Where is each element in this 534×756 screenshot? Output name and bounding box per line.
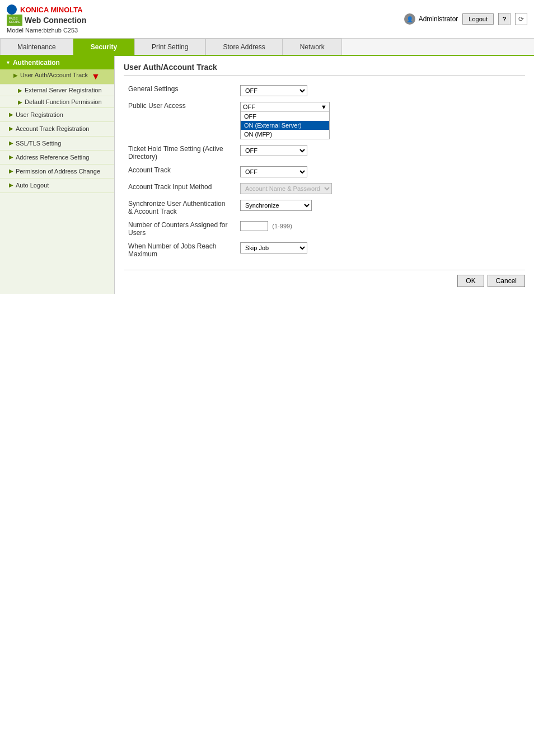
sidebar-item-label: Address Reference Setting (16, 153, 89, 161)
dropdown-arrow-icon: ▼ (321, 104, 327, 110)
setting-control-public-user: OFF ▼ OFF ON (External Server) ON (MFP) (236, 99, 525, 142)
ticket-hold-select[interactable]: OFF ON (240, 145, 307, 156)
item-arrow-icon: ▶ (9, 168, 13, 174)
setting-row-public-user: Public User Access OFF ▼ OFF ON (Externa… (124, 99, 525, 142)
setting-label-synchronize: Synchronize User Authentication & Accoun… (124, 197, 236, 218)
sidebar-item-account-track-reg[interactable]: ▶ Account Track Registration (0, 122, 114, 136)
sidebar-item-label: SSL/TLS Setting (16, 139, 61, 147)
dropdown-option-off[interactable]: OFF (241, 112, 329, 121)
sidebar-item-ssl-tls[interactable]: ▶ SSL/TLS Setting (0, 137, 114, 151)
refresh-icon[interactable]: ⟳ (515, 13, 527, 25)
setting-control-input-method: Account Name & Password (236, 180, 525, 197)
brand-name: KONICA MINOLTA (20, 6, 83, 14)
header-left: KONICA MINOLTA PAGESCOPE Web Connection … (7, 4, 86, 34)
tab-security[interactable]: Security (73, 39, 134, 55)
sidebar-item-label: Account Track Registration (16, 125, 89, 133)
button-row: OK Cancel (124, 270, 525, 287)
item-arrow-icon: ▶ (9, 125, 13, 132)
cancel-button[interactable]: Cancel (488, 275, 525, 287)
help-button[interactable]: ? (498, 13, 510, 25)
dropdown-header: OFF ▼ (241, 102, 329, 112)
setting-row-account-track: Account Track OFF ON (124, 163, 525, 180)
max-jobs-select[interactable]: Skip Job Delete Job (240, 242, 307, 253)
logo-area: KONICA MINOLTA PAGESCOPE Web Connection … (7, 4, 86, 34)
public-user-dropdown[interactable]: OFF ▼ OFF ON (External Server) ON (MFP) (240, 102, 330, 139)
sidebar-item-external-server[interactable]: ▶ External Server Registration (0, 84, 114, 96)
setting-row-general: General Settings OFF ON (124, 82, 525, 99)
setting-control-counters: (1-999) (236, 218, 525, 240)
setting-label-counters: Number of Counters Assigned for Users (124, 218, 236, 240)
header-right: 👤 Administrator Logout ? ⟳ (404, 13, 527, 25)
setting-label-public-user: Public User Access (124, 99, 236, 142)
model-name: Model Name:bizhub C253 (7, 27, 86, 34)
counters-hint: (1-999) (272, 223, 292, 229)
item-arrow-icon: ▶ (13, 72, 18, 78)
item-arrow-icon: ▶ (18, 99, 22, 105)
sidebar-item-label: User Auth/Account Track (20, 72, 88, 78)
sidebar-item-auto-logout[interactable]: ▶ Auto Logout (0, 179, 114, 192)
tab-print-setting[interactable]: Print Setting (134, 39, 205, 55)
setting-control-general: OFF ON (236, 82, 525, 99)
sidebar-item-permission-address[interactable]: ▶ Permission of Address Change (0, 165, 114, 179)
web-connection-label: Web Connection (25, 16, 86, 25)
scope-icon: PAGESCOPE (7, 15, 22, 26)
content-area: User Auth/Account Track General Settings… (115, 56, 534, 294)
general-settings-select[interactable]: OFF ON (240, 85, 307, 96)
red-arrow-icon: ▼ (91, 72, 100, 82)
setting-label-ticket-hold: Ticket Hold Time Setting (Active Directo… (124, 142, 236, 163)
tab-network[interactable]: Network (283, 39, 342, 55)
item-arrow-icon: ▶ (9, 140, 13, 146)
dropdown-option-mfp[interactable]: ON (MFP) (241, 130, 329, 139)
dropdown-option-external-server[interactable]: ON (External Server) (241, 121, 329, 130)
item-arrow-icon: ▶ (9, 111, 13, 118)
account-track-select[interactable]: OFF ON (240, 166, 307, 177)
header: KONICA MINOLTA PAGESCOPE Web Connection … (0, 0, 534, 39)
admin-icon: 👤 (404, 13, 415, 25)
sidebar-item-address-reference[interactable]: ▶ Address Reference Setting (0, 151, 114, 165)
setting-row-counters: Number of Counters Assigned for Users (1… (124, 218, 525, 240)
setting-row-input-method: Account Track Input Method Account Name … (124, 180, 525, 197)
setting-label-general: General Settings (124, 82, 236, 99)
synchronize-select[interactable]: Synchronize Do Not Synchronize (240, 200, 312, 211)
admin-area: 👤 Administrator (404, 13, 458, 25)
dropdown-list: OFF ON (External Server) ON (MFP) (241, 112, 329, 139)
item-arrow-icon: ▶ (9, 182, 13, 188)
setting-control-ticket-hold: OFF ON (236, 142, 525, 163)
sidebar: ▼ Authentication ▶ User Auth/Account Tra… (0, 56, 115, 294)
item-arrow-icon: ▶ (9, 154, 13, 160)
setting-row-synchronize: Synchronize User Authentication & Accoun… (124, 197, 525, 218)
content-title: User Auth/Account Track (124, 63, 525, 76)
sidebar-item-user-auth[interactable]: ▶ User Auth/Account Track ▼ (0, 69, 114, 84)
setting-control-synchronize: Synchronize Do Not Synchronize (236, 197, 525, 218)
sidebar-item-label: User Registration (16, 111, 63, 119)
tab-store-address[interactable]: Store Address (205, 39, 282, 55)
section-arrow-icon: ▼ (6, 60, 11, 65)
web-connection-logo: PAGESCOPE Web Connection (7, 15, 86, 26)
sidebar-item-label: Auto Logout (16, 181, 49, 189)
counters-input[interactable] (240, 221, 268, 231)
tab-maintenance[interactable]: Maintenance (0, 39, 73, 55)
sidebar-section-authentication[interactable]: ▼ Authentication (0, 56, 114, 69)
setting-label-input-method: Account Track Input Method (124, 180, 236, 197)
sidebar-item-user-registration[interactable]: ▶ User Registration (0, 108, 114, 122)
setting-control-max-jobs: Skip Job Delete Job (236, 240, 525, 261)
sidebar-section-label: Authentication (13, 59, 60, 67)
brand-logo: KONICA MINOLTA (7, 4, 86, 15)
main-layout: ▼ Authentication ▶ User Auth/Account Tra… (0, 56, 534, 294)
setting-label-account-track: Account Track (124, 163, 236, 180)
sidebar-item-default-function[interactable]: ▶ Default Function Permission (0, 96, 114, 108)
sidebar-item-label: External Server Registration (25, 87, 102, 93)
logout-button[interactable]: Logout (462, 13, 494, 25)
item-arrow-icon: ▶ (18, 87, 22, 93)
setting-label-max-jobs: When Number of Jobs Reach Maximum (124, 240, 236, 261)
setting-row-max-jobs: When Number of Jobs Reach Maximum Skip J… (124, 240, 525, 261)
admin-label: Administrator (419, 15, 458, 23)
sidebar-item-label: Permission of Address Change (16, 167, 100, 175)
input-method-select[interactable]: Account Name & Password (240, 183, 332, 194)
setting-row-ticket-hold: Ticket Hold Time Setting (Active Directo… (124, 142, 525, 163)
setting-control-account-track: OFF ON (236, 163, 525, 180)
ok-button[interactable]: OK (457, 275, 484, 287)
top-nav: Maintenance Security Print Setting Store… (0, 39, 534, 56)
sidebar-item-label: Default Function Permission (25, 98, 102, 105)
logo-circle-icon (7, 4, 17, 15)
